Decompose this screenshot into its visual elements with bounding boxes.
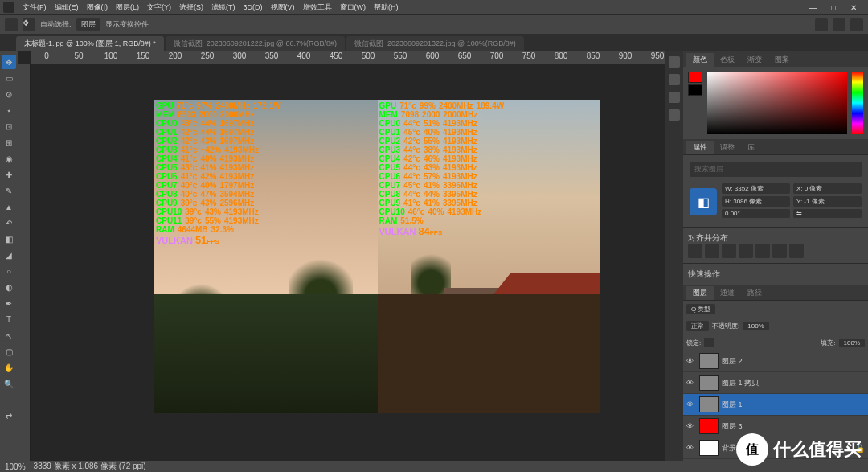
flip-h-button[interactable]: ⇋: [793, 209, 862, 218]
visibility-icon[interactable]: 👁: [686, 357, 696, 365]
layer-search[interactable]: 搜索图层: [690, 162, 862, 177]
more-align-icon[interactable]: [789, 244, 804, 258]
char-panel-icon[interactable]: [669, 109, 680, 121]
align-bottom-icon[interactable]: [772, 244, 787, 258]
layer-thumbnail[interactable]: [699, 440, 719, 456]
transform-controls-label[interactable]: 显示变换控件: [105, 19, 149, 30]
channels-tab[interactable]: 通道: [714, 286, 741, 300]
layer-name[interactable]: 图层 1 拷贝: [722, 378, 865, 388]
move-tool[interactable]: ✥: [2, 55, 16, 69]
color-swap-icon[interactable]: ⇄: [2, 408, 16, 423]
wand-tool[interactable]: ⋆: [2, 103, 16, 117]
history-panel-icon[interactable]: [669, 56, 680, 68]
3d-mode-icon[interactable]: [850, 18, 863, 31]
foreground-color[interactable]: [688, 72, 702, 83]
actions-panel-icon[interactable]: [669, 74, 680, 85]
align-middle-icon[interactable]: [755, 244, 770, 258]
healing-tool[interactable]: ✚: [2, 167, 16, 182]
menu-image[interactable]: 图像(I): [84, 2, 112, 13]
x-input[interactable]: X: 0 像素: [793, 183, 862, 194]
ruler-horizontal[interactable]: 0501001502002503003504004505005506006507…: [31, 51, 665, 64]
zoom-level[interactable]: 100%: [5, 462, 26, 471]
libraries-tab[interactable]: 库: [741, 141, 761, 154]
layer-row[interactable]: 👁图层 2: [683, 351, 868, 372]
blend-mode[interactable]: 正常: [686, 321, 709, 331]
tab-active[interactable]: 未标题-1.jpg @ 100% (图层 1, RGB/8#) *: [16, 36, 164, 51]
layer-thumbnail[interactable]: [699, 418, 719, 434]
width-input[interactable]: W: 3352 像素: [722, 183, 790, 194]
frame-tool[interactable]: ⊞: [2, 135, 16, 150]
layer-thumbnail[interactable]: [699, 396, 719, 412]
dodge-tool[interactable]: ◐: [2, 280, 16, 294]
ruler-vertical[interactable]: [18, 64, 31, 461]
menu-plugin[interactable]: 增效工具: [300, 2, 335, 13]
close-button[interactable]: ✕: [847, 3, 860, 12]
marquee-tool[interactable]: ▭: [2, 71, 16, 85]
brush-tool[interactable]: ✎: [2, 183, 16, 198]
layer-row[interactable]: 👁图层 1 拷贝: [683, 372, 868, 394]
opacity-value[interactable]: 100%: [743, 322, 768, 330]
crop-tool[interactable]: ⊡: [2, 119, 16, 133]
distribute-icon[interactable]: [833, 18, 845, 31]
move-tool-icon[interactable]: ✥: [23, 18, 35, 31]
lock-icon[interactable]: [704, 338, 714, 347]
swatches-tab[interactable]: 色板: [714, 53, 741, 67]
menu-window[interactable]: 窗口(W): [337, 2, 370, 13]
adjustments-tab[interactable]: 调整: [714, 141, 741, 154]
color-tab[interactable]: 颜色: [686, 53, 714, 67]
align-center-icon[interactable]: [705, 244, 719, 258]
lasso-tool[interactable]: ⊙: [2, 87, 16, 101]
layer-row[interactable]: 👁图层 1: [683, 394, 868, 416]
layers-tab[interactable]: 图层: [686, 286, 714, 300]
layer-thumbnail[interactable]: [699, 353, 719, 369]
properties-tab[interactable]: 属性: [686, 141, 714, 154]
canvas-area[interactable]: 0501001502002503003504004505005506006507…: [18, 51, 665, 461]
edit-toolbar[interactable]: ⋯: [2, 392, 16, 407]
history-brush-tool[interactable]: ↶: [2, 215, 16, 230]
align-top-icon[interactable]: [739, 244, 753, 258]
paths-tab[interactable]: 路径: [741, 286, 768, 300]
angle-input[interactable]: 0.00°: [722, 209, 790, 218]
color-field[interactable]: [707, 72, 847, 134]
layer-thumbnail[interactable]: [699, 375, 719, 391]
layer-name[interactable]: 图层 1: [722, 400, 865, 410]
align-left-icon[interactable]: [688, 244, 702, 258]
align-right-icon[interactable]: [722, 244, 736, 258]
path-tool[interactable]: ↖: [2, 328, 16, 343]
minimize-button[interactable]: —: [805, 3, 820, 12]
shape-tool[interactable]: ▢: [2, 344, 16, 359]
fill-value[interactable]: 100%: [839, 339, 865, 347]
menu-text[interactable]: 文字(Y): [144, 2, 174, 13]
align-icon[interactable]: [815, 18, 828, 31]
menu-help[interactable]: 帮助(H): [371, 2, 402, 13]
gradient-tool[interactable]: ◢: [2, 248, 16, 262]
type-tool[interactable]: T: [2, 312, 16, 326]
height-input[interactable]: H: 3086 像素: [722, 196, 790, 207]
document-canvas[interactable]: GPU71°c97%2400MHz172.1WMEM850320002000MH…: [154, 100, 600, 413]
hand-tool[interactable]: ✋: [2, 360, 16, 375]
tab-2[interactable]: 微信截图_20230609201222.jpg @ 66.7%(RGB/8#): [166, 36, 345, 51]
menu-view[interactable]: 视图(V): [268, 2, 298, 13]
visibility-icon[interactable]: 👁: [686, 422, 696, 430]
info-panel-icon[interactable]: [669, 92, 680, 103]
menu-filter[interactable]: 滤镜(T): [208, 2, 239, 13]
layer-name[interactable]: 图层 2: [722, 356, 865, 367]
menu-edit[interactable]: 编辑(E): [51, 2, 82, 13]
eyedropper-tool[interactable]: ◉: [2, 151, 16, 166]
visibility-icon[interactable]: 👁: [686, 400, 696, 408]
layer-name[interactable]: 图层 3: [722, 421, 865, 432]
menu-layer[interactable]: 图层(L): [113, 2, 142, 13]
maximize-button[interactable]: □: [828, 3, 839, 12]
auto-select-dropdown[interactable]: 图层: [76, 18, 100, 31]
visibility-icon[interactable]: 👁: [686, 379, 696, 387]
background-color[interactable]: [688, 84, 702, 96]
patterns-tab[interactable]: 图案: [768, 53, 796, 67]
eraser-tool[interactable]: ◧: [2, 232, 16, 246]
stamp-tool[interactable]: ▲: [2, 199, 16, 214]
layer-filter[interactable]: Q 类型: [686, 304, 715, 314]
y-input[interactable]: Y: -1 像素: [793, 196, 862, 207]
gradients-tab[interactable]: 渐变: [741, 53, 768, 67]
visibility-icon[interactable]: 👁: [686, 444, 696, 452]
hue-slider[interactable]: [852, 72, 863, 134]
zoom-tool[interactable]: 🔍: [2, 376, 16, 391]
